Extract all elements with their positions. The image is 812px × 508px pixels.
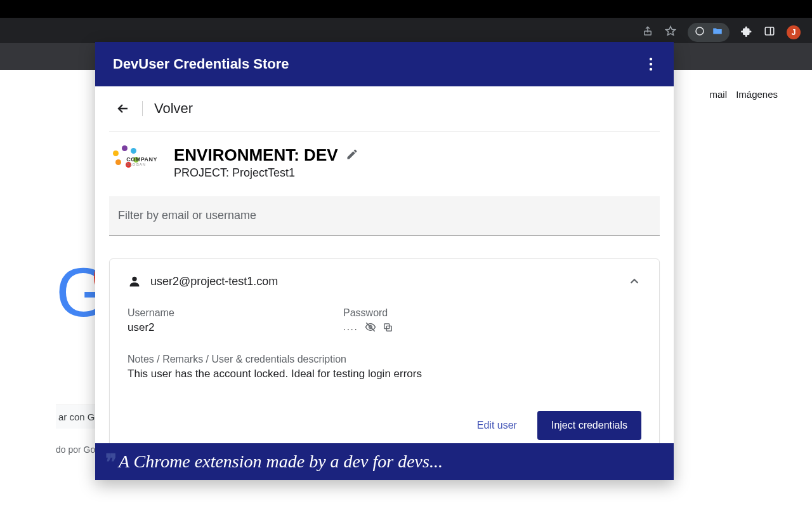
environment-info: ENVIRONMENT: DEV PROJECT: ProjectTest1 — [174, 145, 660, 180]
company-logo: COMPANY SLOGAN — [113, 145, 156, 180]
quote-icon: ❞ — [105, 455, 115, 468]
edit-environment-button[interactable] — [346, 148, 358, 163]
kebab-icon — [649, 57, 653, 71]
arrow-left-icon — [115, 101, 131, 116]
copy-password-button[interactable] — [383, 322, 393, 336]
google-search-button-fragment: ar con G — [56, 404, 95, 429]
browser-toolbar-icons: J — [642, 23, 801, 42]
profile-avatar[interactable]: J — [787, 25, 801, 39]
svg-point-4 — [650, 58, 652, 60]
environment-title: ENVIRONMENT: DEV — [174, 145, 338, 165]
google-offered-text-fragment: do por Go — [56, 444, 95, 455]
user-icon — [128, 274, 141, 288]
credential-card: user2@project-test1.com Username user2 P… — [109, 258, 660, 443]
username-field: Username user2 — [128, 307, 305, 336]
back-divider — [142, 101, 143, 116]
card-email: user2@project-test1.com — [150, 275, 278, 288]
svg-rect-2 — [765, 27, 774, 35]
svg-point-1 — [696, 27, 704, 35]
filter-input[interactable] — [109, 196, 660, 236]
browser-window-top — [0, 0, 812, 18]
back-button[interactable]: Volver — [109, 86, 660, 131]
inject-credentials-button[interactable]: Inject credentials — [537, 411, 641, 440]
extensions-puzzle-icon[interactable] — [741, 25, 752, 39]
card-header[interactable]: user2@project-test1.com — [128, 274, 641, 288]
edit-user-button[interactable]: Edit user — [475, 415, 520, 436]
project-line: PROJECT: ProjectTest1 — [174, 166, 660, 180]
password-field: Password ···· — [343, 307, 521, 336]
environment-header-row: COMPANY SLOGAN ENVIRONMENT: DEV PROJECT:… — [109, 131, 660, 187]
notes-value: This user has the account locked. Ideal … — [128, 368, 641, 380]
bookmark-star-icon[interactable] — [665, 25, 676, 39]
google-images-link[interactable]: Imágenes — [736, 89, 778, 100]
username-value: user2 — [128, 321, 305, 334]
svg-point-5 — [650, 63, 652, 65]
popup-title: DevUser Credentials Store — [113, 56, 289, 72]
password-masked: ···· — [343, 324, 358, 334]
share-icon[interactable] — [642, 25, 653, 39]
popup-menu-button[interactable] — [642, 55, 660, 73]
username-label: Username — [128, 307, 305, 319]
password-value-row: ···· — [343, 321, 521, 336]
extension-circle-icon[interactable] — [694, 25, 705, 39]
extension-pinned-group — [688, 23, 730, 42]
footer-tagline: A Chrome extension made by a dev for dev… — [119, 451, 443, 472]
card-fields: Username user2 Password ···· — [128, 307, 641, 336]
card-actions: Edit user Inject credentials — [128, 411, 641, 440]
password-label: Password — [343, 307, 521, 319]
company-logo-text: COMPANY SLOGAN — [126, 157, 157, 166]
svg-point-7 — [132, 277, 136, 281]
copy-icon — [383, 322, 393, 333]
toggle-password-visibility[interactable] — [365, 321, 376, 336]
google-mail-link-fragment[interactable]: mail — [709, 89, 727, 100]
notes-label: Notes / Remarks / User & credentials des… — [128, 354, 641, 365]
eye-off-icon — [365, 321, 376, 333]
extension-popup: DevUser Credentials Store Volver COMPANY… — [95, 42, 674, 480]
popup-body: Volver COMPANY SLOGAN ENVIRONMENT: DEV — [95, 86, 674, 443]
popup-header: DevUser Credentials Store — [95, 42, 674, 86]
back-label: Volver — [154, 100, 193, 117]
extension-folder-icon[interactable] — [712, 25, 723, 39]
filter-container — [109, 196, 660, 236]
chevron-up-icon — [627, 274, 641, 288]
pencil-icon — [346, 148, 358, 161]
svg-point-6 — [650, 68, 652, 70]
side-panel-icon[interactable] — [764, 25, 775, 39]
popup-footer: ❞ A Chrome extension made by a dev for d… — [95, 443, 674, 480]
